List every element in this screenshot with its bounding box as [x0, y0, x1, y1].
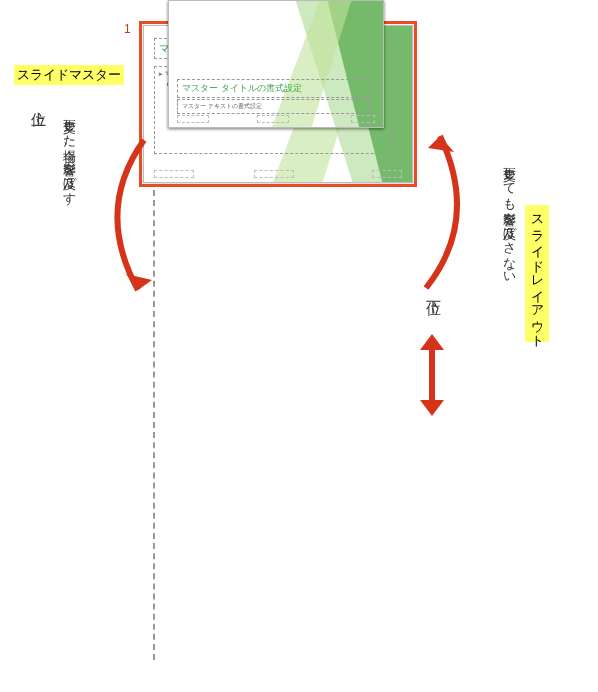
svg-marker-12 [126, 274, 152, 290]
label-slide-layout: スライドレイアウト [525, 205, 549, 342]
footer-ph [254, 170, 294, 178]
arrow-down-left [84, 130, 194, 310]
label-slide-master: スライドマスター [14, 65, 124, 85]
footer-ph [372, 170, 402, 178]
svg-marker-16 [420, 400, 444, 416]
slide-number: 1 [124, 22, 131, 36]
layout-thumbnail-3: マスター タイトルの書式設定 マスター テキストの書式設定 [168, 0, 384, 128]
caption-affects: 変更した場合、影響を及ぼす [60, 110, 78, 198]
layout3-title-box: マスター タイトルの書式設定 [177, 79, 369, 98]
layout3-subtitle-box: マスター テキストの書式設定 [177, 99, 369, 114]
diagram: 1 スライドマスター スライドレイアウト 上位 下位 変更した場合、影響を及ぼす… [0, 0, 598, 692]
svg-marker-13 [428, 136, 454, 152]
arrow-up-right [400, 120, 490, 300]
svg-marker-15 [420, 334, 444, 350]
caption-not-affects: 変更しても影響を及ぼさない [500, 158, 518, 278]
arrow-up-down [412, 330, 452, 420]
